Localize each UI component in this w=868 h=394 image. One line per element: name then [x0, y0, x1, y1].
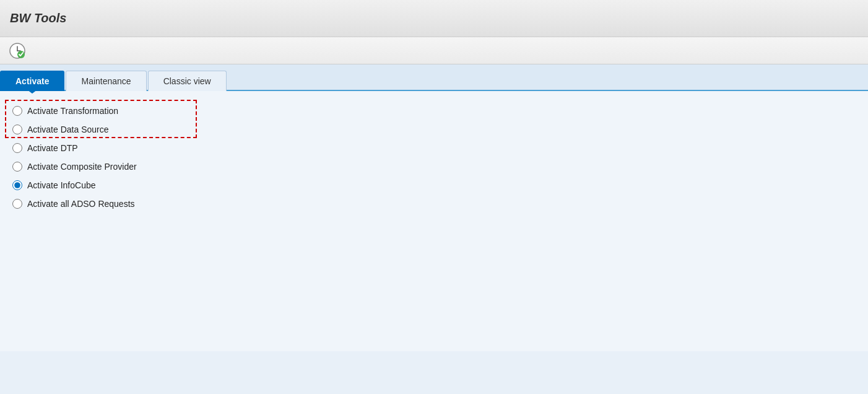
label-activate-composite-provider[interactable]: Activate Composite Provider: [27, 162, 137, 172]
schedule-icon: [9, 42, 26, 59]
list-item: Activate Data Source: [12, 125, 856, 134]
radio-activate-infocube[interactable]: [12, 180, 22, 190]
radio-activate-transformation[interactable]: [12, 106, 22, 116]
label-activate-dtp[interactable]: Activate DTP: [27, 143, 78, 153]
label-activate-data-source[interactable]: Activate Data Source: [27, 125, 109, 134]
list-item: Activate all ADSO Requests: [12, 199, 856, 209]
label-activate-all-adso[interactable]: Activate all ADSO Requests: [27, 199, 135, 209]
list-item: Activate InfoCube: [12, 180, 856, 190]
label-activate-transformation[interactable]: Activate Transformation: [27, 106, 118, 116]
tab-classic-view[interactable]: Classic view: [148, 71, 227, 91]
tabs-container: Activate Maintenance Classic view: [0, 64, 868, 91]
radio-activate-data-source[interactable]: [12, 125, 22, 134]
tab-activate[interactable]: Activate: [0, 71, 64, 91]
radio-activate-all-adso[interactable]: [12, 199, 22, 209]
content-area: Activate Transformation Activate Data So…: [0, 91, 868, 351]
toolbar: [0, 37, 868, 64]
radio-activate-dtp[interactable]: [12, 143, 22, 153]
radio-group: Activate Transformation Activate Data So…: [12, 106, 856, 209]
app-title: BW Tools: [10, 11, 66, 25]
list-item: Activate Composite Provider: [12, 162, 856, 172]
tab-maintenance[interactable]: Maintenance: [66, 71, 146, 91]
top-bar: BW Tools: [0, 0, 868, 37]
list-item: Activate DTP: [12, 143, 856, 153]
schedule-icon-button[interactable]: [7, 41, 27, 61]
label-activate-infocube[interactable]: Activate InfoCube: [27, 180, 96, 190]
radio-activate-composite-provider[interactable]: [12, 162, 22, 172]
list-item: Activate Transformation: [12, 106, 856, 116]
